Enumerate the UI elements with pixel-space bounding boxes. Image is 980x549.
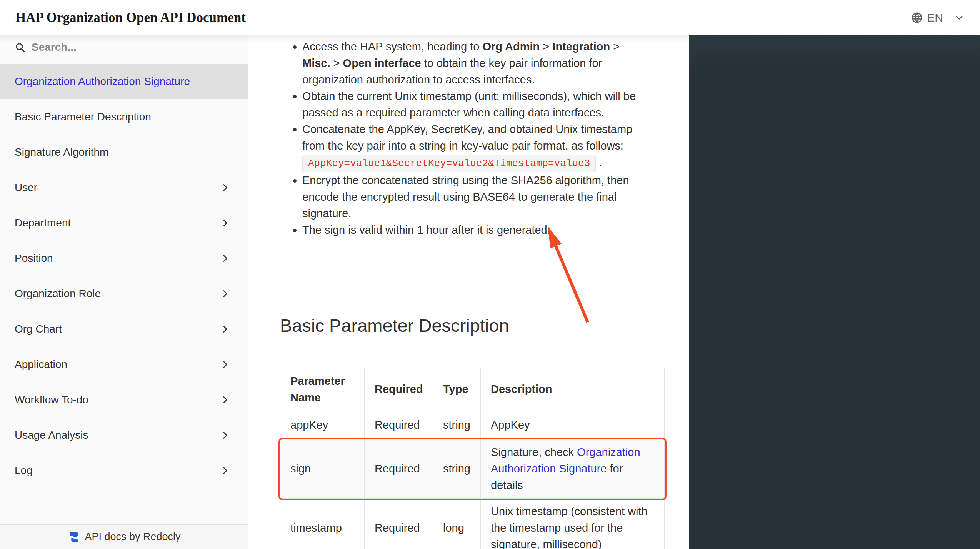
- language-switcher[interactable]: EN: [911, 11, 965, 24]
- required-cell: Required: [365, 439, 433, 499]
- section-heading: Basic Parameter Description: [280, 315, 689, 336]
- table-header-row: Parameter NameRequiredTypeDescription: [280, 368, 665, 411]
- footer-link: API docs by Redocly: [85, 531, 180, 543]
- sidebar-menu: Organization Authorization SignatureBasi…: [0, 64, 248, 488]
- table-row-appkey: appKeyRequiredstringAppKey: [280, 411, 665, 439]
- chevron-right-icon: [220, 218, 230, 228]
- required-cell: Required: [365, 411, 433, 439]
- main-area: Organization Authorization SignatureBasi…: [0, 35, 980, 549]
- chevron-right-icon: [220, 466, 230, 476]
- chevron-right-icon: [220, 324, 230, 334]
- sidebar-item-org-chart[interactable]: Org Chart: [0, 311, 248, 347]
- sidebar-item-user[interactable]: User: [0, 170, 248, 205]
- description-cell: Signature, check Organization Authorizat…: [481, 439, 665, 499]
- sidebar-item-workflow-to-do[interactable]: Workflow To-do: [0, 382, 248, 418]
- search-icon: [15, 42, 25, 53]
- list-item: Obtain the current Unix timestamp (unit:…: [302, 88, 642, 121]
- sidebar-item-usage-analysis[interactable]: Usage Analysis: [0, 418, 248, 453]
- bold-text: Integration: [552, 40, 610, 53]
- column-header-parameter-name: Parameter Name: [280, 368, 365, 411]
- redocly-logo-icon: [68, 531, 80, 543]
- app-header: HAP Organization Open API Document EN: [0, 0, 980, 35]
- chevron-right-icon: [220, 183, 230, 193]
- language-label: EN: [927, 11, 943, 24]
- param-name-cell: timestamp: [280, 499, 365, 549]
- sidebar-footer[interactable]: API docs by Redocly: [0, 524, 248, 549]
- sidebar-item-application[interactable]: Application: [0, 347, 248, 382]
- sidebar-item-label: Usage Analysis: [15, 429, 88, 441]
- sidebar-item-label: Application: [15, 358, 67, 371]
- chevron-down-icon: [954, 12, 965, 23]
- required-cell: Required: [365, 499, 433, 549]
- chevron-right-icon: [220, 253, 230, 263]
- sidebar-item-log[interactable]: Log: [0, 453, 248, 488]
- param-name-cell: sign: [280, 439, 365, 499]
- sidebar-item-department[interactable]: Department: [0, 205, 248, 241]
- search-box: [15, 35, 237, 59]
- sidebar-item-basic-parameter-description[interactable]: Basic Parameter Description: [0, 99, 248, 135]
- bold-text: Org Admin: [483, 40, 540, 53]
- column-header-description: Description: [481, 368, 665, 411]
- sidebar-item-signature-algorithm[interactable]: Signature Algorithm: [0, 135, 248, 170]
- sidebar-item-organization-role[interactable]: Organization Role: [0, 276, 248, 311]
- globe-icon: [911, 12, 923, 24]
- column-header-type: Type: [433, 368, 481, 411]
- type-cell: string: [433, 439, 481, 499]
- table-row-timestamp: timestampRequiredlongUnix timestamp (con…: [280, 499, 665, 549]
- chevron-right-icon: [220, 430, 230, 440]
- type-cell: string: [433, 411, 481, 439]
- sidebar-item-organization-authorization-signature[interactable]: Organization Authorization Signature: [0, 64, 248, 99]
- inline-code: AppKey=value1&SecretKey=value2&Timestamp…: [302, 155, 596, 172]
- list-item: Access the HAP system, heading to Org Ad…: [302, 38, 642, 88]
- bullet-list: Access the HAP system, heading to Org Ad…: [280, 38, 642, 238]
- search-input[interactable]: [32, 41, 237, 53]
- description-cell: AppKey: [481, 411, 665, 439]
- chevron-right-icon: [220, 395, 230, 405]
- sidebar-item-label: Org Chart: [15, 323, 62, 335]
- type-cell: long: [433, 499, 481, 549]
- bold-text: Open interface: [343, 57, 421, 69]
- bold-text: Misc.: [302, 57, 330, 69]
- sidebar-item-label: User: [15, 181, 37, 194]
- list-item: Encrypt the concatenated string using th…: [302, 172, 642, 222]
- sidebar-item-label: Organization Authorization Signature: [15, 75, 190, 88]
- content-column: Access the HAP system, heading to Org Ad…: [248, 35, 689, 549]
- page-title: HAP Organization Open API Document: [15, 10, 246, 25]
- description-cell: Unix timestamp (consistent with the time…: [481, 499, 665, 549]
- sidebar-item-label: Basic Parameter Description: [15, 111, 151, 123]
- chevron-right-icon: [220, 359, 230, 369]
- sidebar-item-label: Log: [15, 464, 33, 477]
- sidebar-item-position[interactable]: Position: [0, 241, 248, 276]
- sidebar-item-label: Department: [15, 217, 71, 229]
- list-item: The sign is valid within 1 hour after it…: [302, 222, 642, 238]
- response-panel: [689, 35, 980, 549]
- list-item: Concatenate the AppKey, SecretKey, and o…: [302, 121, 642, 172]
- sidebar-item-label: Organization Role: [15, 288, 101, 300]
- param-name-cell: appKey: [280, 411, 365, 439]
- sidebar-item-label: Workflow To-do: [15, 394, 88, 406]
- params-table: Parameter NameRequiredTypeDescription ap…: [280, 368, 665, 549]
- table-row-sign: signRequiredstringSignature, check Organ…: [280, 439, 665, 499]
- column-header-required: Required: [365, 368, 433, 411]
- sidebar-item-label: Signature Algorithm: [15, 146, 108, 158]
- sidebar: Organization Authorization SignatureBasi…: [0, 35, 248, 549]
- org-auth-signature-link[interactable]: Organization Authorization Signature: [491, 446, 640, 475]
- chevron-right-icon: [220, 289, 230, 299]
- sidebar-item-label: Position: [15, 252, 53, 265]
